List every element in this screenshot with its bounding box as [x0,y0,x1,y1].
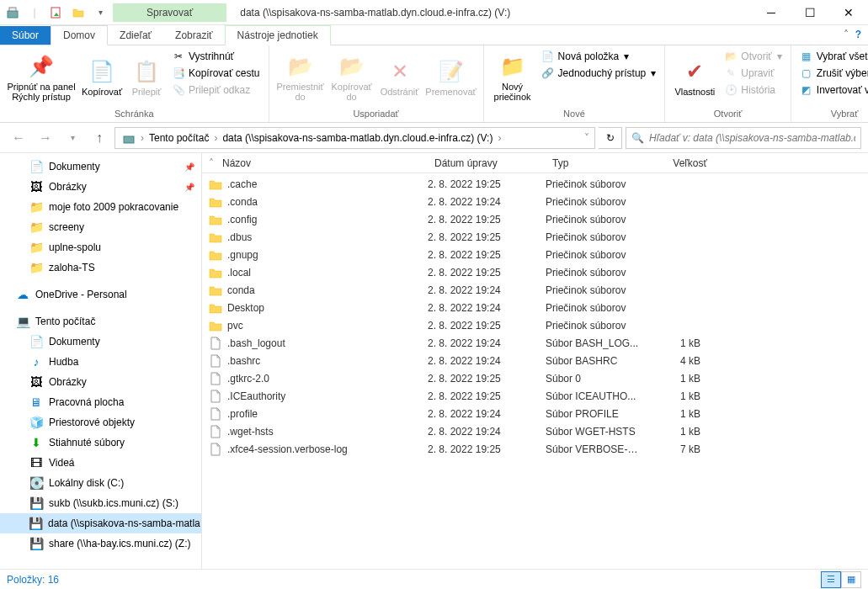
nav-diskc[interactable]: 💽Lokálny disk (C:) [0,473,201,493]
col-sort-icon[interactable]: ˄ [202,157,216,169]
recent-dropdown[interactable]: ▾ [61,126,84,150]
up-button[interactable]: ↑ [88,126,111,150]
breadcrumb-dropdown-icon[interactable]: ˅ [583,132,591,144]
file-row[interactable]: .local2. 8. 2022 19:25Priečinok súborov [202,263,868,281]
rename-button[interactable]: 📝 Premenovať [424,47,478,108]
nav-documents[interactable]: 📄Dokumenty📌 [0,157,201,177]
chevron-right-icon[interactable]: › [496,132,503,144]
minimize-button[interactable]: ─ [752,0,791,25]
search-input[interactable] [649,132,855,144]
selectall-button[interactable]: ▦Vybrať všetko [796,49,868,64]
view-icons-button[interactable]: ▦ [841,571,861,588]
file-row[interactable]: .config2. 8. 2022 19:25Priečinok súborov [202,210,868,228]
nav-pictures2[interactable]: 🖼Obrázky [0,372,201,392]
nav-sukb[interactable]: 💾sukb (\\sukb.ics.muni.cz) (S:) [0,493,201,513]
newitem-button[interactable]: 📄Nová položka▾ [538,49,660,64]
easyaccess-button[interactable]: 🔗Jednoduchý prístup▾ [538,66,660,81]
file-date: 2. 8. 2022 19:25 [421,267,539,279]
nav-folder-zaloha[interactable]: 📁zaloha-TS [0,257,201,278]
nav-documents2[interactable]: 📄Dokumenty [0,332,201,352]
paste-button[interactable]: 📋 Prilepiť [126,47,167,108]
file-row[interactable]: conda2. 8. 2022 19:24Priečinok súborov [202,281,868,299]
nav-folder-mojefoto[interactable]: 📁moje foto 2009 pokracovanie [0,197,201,217]
file-row[interactable]: pvc2. 8. 2022 19:25Priečinok súborov [202,316,868,334]
properties-button[interactable]: ✔ Vlastnosti [670,47,719,108]
help-icon[interactable]: ? [855,29,861,40]
nav-desktop[interactable]: 🖥Pracovná plocha [0,392,201,412]
file-row[interactable]: .cache2. 8. 2022 19:25Priečinok súborov [202,175,868,193]
breadcrumb[interactable]: › Tento počítač › data (\\spisakova-ns-s… [114,127,595,149]
delete-button[interactable]: ✕ Odstrániť [377,47,423,108]
chevron-right-icon[interactable]: › [139,132,146,144]
file-row[interactable]: .xfce4-session.verbose-log2. 8. 2022 19:… [202,440,868,458]
file-row[interactable]: Desktop2. 8. 2022 19:24Priečinok súborov [202,299,868,316]
pasteshortcut-button[interactable]: 📎Prilepiť odkaz [168,82,264,98]
app-icon[interactable] [3,3,22,22]
file-row[interactable]: .bash_logout2. 8. 2022 19:24Súbor BASH_L… [202,334,868,352]
nav-music[interactable]: ♪Hudba [0,352,201,372]
moveto-button[interactable]: 📂 Premiestniť do [274,47,327,108]
close-button[interactable]: ✕ [829,0,868,25]
properties-qat-icon[interactable] [47,3,66,22]
col-size[interactable]: Veľkosť [647,157,714,169]
nav-folder-uplne[interactable]: 📁uplne-spolu [0,237,201,257]
chevron-right-icon[interactable]: › [212,132,219,144]
copy-button[interactable]: 📄 Kopírovať [79,47,125,108]
netdrive-icon: 💾 [29,496,44,511]
file-row[interactable]: .gnupg2. 8. 2022 19:25Priečinok súborov [202,246,868,263]
selectall-icon: ▦ [800,50,813,63]
file-row[interactable]: .conda2. 8. 2022 19:24Priečinok súborov [202,193,868,210]
crumb-pc[interactable]: Tento počítač [146,132,212,144]
file-row[interactable]: .profile2. 8. 2022 19:24Súbor PROFILE1 k… [202,405,868,422]
nav-3dobjects[interactable]: 🧊Priestorové objekty [0,412,201,432]
drive-icon[interactable] [119,131,139,145]
nav-data-selected[interactable]: 💾data (\\spisakova-ns-samba-matla [0,513,201,533]
file-size: 1 kB [640,373,707,385]
file-row[interactable]: .gtkrc-2.02. 8. 2022 19:25Súbor 01 kB [202,369,868,387]
refresh-button[interactable]: ↻ [599,127,622,149]
col-name[interactable]: Názov [216,157,428,169]
file-row[interactable]: .bashrc2. 8. 2022 19:24Súbor BASHRC4 kB [202,352,868,369]
nav-downloads[interactable]: ⬇Stiahnuté súbory [0,432,201,453]
col-date[interactable]: Dátum úpravy [428,157,546,169]
forward-button[interactable]: → [34,126,57,150]
maximize-button[interactable]: ☐ [791,0,829,25]
tab-home[interactable]: Domov [51,25,108,45]
copypath-button[interactable]: 📑Kopírovať cestu [168,66,264,81]
newfolder-qat-icon[interactable] [69,3,88,22]
tab-file[interactable]: Súbor [0,26,51,45]
tab-view[interactable]: Zobraziť [163,26,225,45]
navigation-pane[interactable]: 📄Dokumenty📌 🖼Obrázky📌 📁moje foto 2009 po… [0,153,202,569]
edit-button[interactable]: ✎Upraviť [721,66,785,81]
crumb-location[interactable]: data (\\spisakova-ns-samba-matlab.dyn.cl… [219,132,496,144]
cut-button[interactable]: ✂Vystrihnúť [168,49,264,64]
invertselect-button[interactable]: ◩Invertovať výber [796,82,868,98]
file-row[interactable]: .ICEauthority2. 8. 2022 19:25Súbor ICEAU… [202,387,868,405]
back-button[interactable]: ← [7,126,30,150]
copyto-button[interactable]: 📂 Kopírovať do [328,47,375,108]
qat-dropdown-icon[interactable]: ▾ [91,3,109,22]
file-row[interactable]: .dbus2. 8. 2022 19:25Priečinok súborov [202,228,868,246]
history-button[interactable]: 🕑História [721,82,785,98]
pin-button[interactable]: 📌 Pripnúť na panel Rýchly prístup [5,47,77,108]
tab-drive-tools[interactable]: Nástroje jednotiek [225,25,331,45]
open-button[interactable]: 📂Otvoriť▾ [721,49,785,64]
search-box[interactable]: 🔍 [626,127,861,149]
nav-videos[interactable]: 🎞Videá [0,453,201,473]
file-list[interactable]: .cache2. 8. 2022 19:25Priečinok súborov.… [202,173,868,569]
file-date: 2. 8. 2022 19:25 [421,214,539,226]
edit-icon: ✎ [724,66,738,80]
nav-folder-screeny[interactable]: 📁screeny [0,217,201,237]
nav-share[interactable]: 💾share (\\ha-bay.ics.muni.cz) (Z:) [0,533,201,554]
newfolder-button[interactable]: 📁 Nový priečinok [489,47,536,108]
nav-pictures[interactable]: 🖼Obrázky📌 [0,177,201,197]
file-row[interactable]: .wget-hsts2. 8. 2022 19:24Súbor WGET-HST… [202,422,868,440]
nav-onedrive[interactable]: ☁OneDrive - Personal [0,284,201,305]
search-icon: 🔍 [631,132,644,144]
tab-share[interactable]: Zdieľať [108,26,163,45]
selectnone-button[interactable]: ▢Zrušiť výber [796,66,868,81]
collapse-ribbon-icon[interactable]: ˄ [844,29,849,40]
nav-thispc[interactable]: 💻Tento počítač [0,311,201,332]
col-type[interactable]: Typ [546,157,647,169]
view-details-button[interactable]: ☰ [821,571,841,588]
